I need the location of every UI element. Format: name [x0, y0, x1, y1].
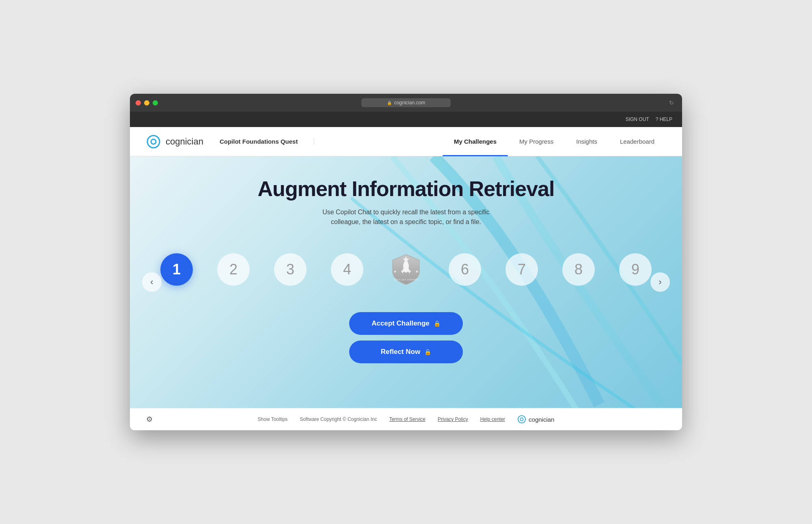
footer: ⚙ Show Tooltips Software Copyright © Cog…	[130, 408, 682, 430]
nav-my-challenges[interactable]: My Challenges	[443, 127, 508, 156]
step-5-badge[interactable]: LET'S GET STARTED	[388, 251, 424, 288]
copyright-text: Software Copyright © Cognician Inc	[300, 416, 377, 422]
step-2[interactable]: 2	[217, 253, 250, 286]
lock-icon: 🔒	[387, 101, 392, 105]
next-arrow[interactable]: ›	[650, 272, 670, 292]
step-1[interactable]: 1	[160, 253, 193, 286]
help-center-link[interactable]: Help center	[480, 416, 505, 422]
sign-out-button[interactable]: SIGN OUT	[626, 116, 649, 122]
nav-leaderboard[interactable]: Leaderboard	[609, 127, 666, 156]
step-7[interactable]: 7	[505, 253, 538, 286]
footer-logo-icon	[517, 415, 526, 424]
window-controls	[136, 100, 158, 106]
step-4[interactable]: 4	[331, 253, 363, 286]
help-button[interactable]: ? HELP	[656, 116, 672, 122]
badge-icon: LET'S GET STARTED	[388, 251, 424, 288]
maximize-button[interactable]	[153, 100, 158, 106]
footer-logo-text: cognician	[529, 416, 554, 423]
lock-icon-accept: 🔒	[434, 320, 441, 327]
url-bar[interactable]: 🔒 cognician.com	[361, 98, 451, 107]
privacy-policy-link[interactable]: Privacy Policy	[438, 416, 468, 422]
show-tooltips[interactable]: Show Tooltips	[258, 416, 288, 422]
footer-logo: cognician	[517, 415, 554, 424]
nav-insights[interactable]: Insights	[565, 127, 609, 156]
mac-window: 🔒 cognician.com ↻ SIGN OUT ? HELP cognic…	[130, 94, 682, 430]
challenge-title: Augment Information Retrieval	[138, 177, 674, 201]
steps-row: 1 2 3 4	[130, 243, 682, 304]
title-bar: 🔒 cognician.com ↻	[130, 94, 682, 112]
lock-icon-reflect: 🔒	[424, 349, 431, 355]
header: cognician Copilot Foundations Quest My C…	[130, 127, 682, 156]
challenge-subtitle: Use Copilot Chat to quickly recall the l…	[321, 207, 491, 227]
svg-point-7	[518, 416, 525, 423]
close-button[interactable]	[136, 100, 141, 106]
step-6[interactable]: 6	[449, 253, 481, 286]
settings-icon[interactable]: ⚙	[146, 415, 153, 424]
step-3[interactable]: 3	[274, 253, 307, 286]
action-buttons: Accept Challenge 🔒 Reflect Now 🔒	[130, 304, 682, 388]
svg-point-8	[520, 418, 523, 420]
main-content: Augment Information Retrieval Use Copilo…	[130, 156, 682, 408]
refresh-button[interactable]: ↻	[669, 99, 674, 106]
main-nav: My Challenges My Progress Insights Leade…	[443, 127, 666, 156]
step-8[interactable]: 8	[562, 253, 595, 286]
step-9[interactable]: 9	[619, 253, 652, 286]
logo-text: cognician	[166, 136, 203, 147]
prev-arrow[interactable]: ‹	[142, 272, 162, 292]
cognician-logo-icon	[146, 134, 161, 149]
url-text: cognician.com	[394, 100, 425, 106]
terms-of-service-link[interactable]: Terms of Service	[389, 416, 425, 422]
top-nav-bar: SIGN OUT ? HELP	[130, 112, 682, 127]
minimize-button[interactable]	[144, 100, 149, 106]
reflect-now-button[interactable]: Reflect Now 🔒	[349, 341, 463, 363]
svg-point-0	[147, 136, 160, 148]
nav-my-progress[interactable]: My Progress	[508, 127, 565, 156]
challenge-header: Augment Information Retrieval Use Copilo…	[130, 156, 682, 243]
svg-point-5	[394, 271, 396, 273]
svg-text:LET'S GET STARTED: LET'S GET STARTED	[394, 278, 418, 281]
accept-challenge-button[interactable]: Accept Challenge 🔒	[349, 312, 463, 335]
logo-area: cognician	[146, 134, 203, 149]
quest-title: Copilot Foundations Quest	[220, 138, 314, 145]
svg-point-1	[151, 139, 156, 144]
svg-point-6	[416, 271, 418, 273]
